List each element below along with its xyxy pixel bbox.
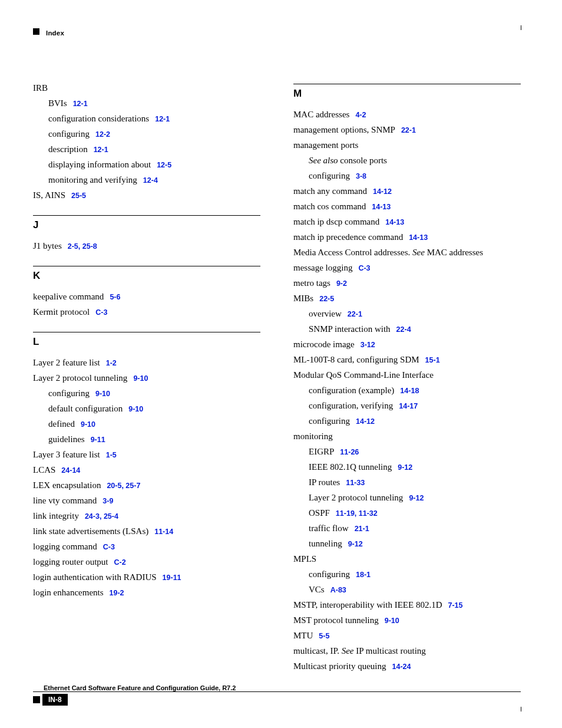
page-ref[interactable]: 5-5 <box>319 632 329 640</box>
entry-text: microcode image <box>293 340 355 349</box>
page-ref[interactable]: 1-5 <box>106 451 117 459</box>
section-rule-k <box>33 266 260 266</box>
page-ref[interactable]: 12-1 <box>94 146 108 154</box>
page-ref[interactable]: 22-1 <box>401 126 416 134</box>
entry-mon-ip-routes: IP routes11-33 <box>309 478 521 487</box>
page-ref[interactable]: 14-12 <box>356 417 375 426</box>
page-ref[interactable]: C-3 <box>103 543 115 551</box>
page-ref[interactable]: 22-5 <box>319 295 334 303</box>
page-ref[interactable]: C-3 <box>358 264 370 272</box>
entry-text: MAC addresses <box>293 110 349 119</box>
entry-mst-pt: MST protocol tunneling9-10 <box>293 616 521 625</box>
page-ref[interactable]: 9-10 <box>133 374 148 383</box>
entry-l2pt: Layer 2 protocol tunneling9-10 <box>33 374 260 383</box>
page-ref[interactable]: 12-2 <box>95 130 110 139</box>
entry-irb-bvis: BVIs12-1 <box>48 99 260 108</box>
page-ref[interactable]: 12-4 <box>143 176 158 185</box>
page-ref[interactable]: 12-1 <box>73 100 88 108</box>
page-ref[interactable]: 22-4 <box>396 325 411 334</box>
page-ref[interactable]: 3-8 <box>356 172 366 180</box>
entry-l2pt-configuring: configuring9-10 <box>48 389 260 398</box>
page-ref[interactable]: 11-33 <box>346 479 365 487</box>
page-ref[interactable]: 9-11 <box>91 436 105 444</box>
page-ref[interactable]: 12-5 <box>157 161 171 169</box>
entry-text: J1 bytes <box>33 241 62 251</box>
page-ref[interactable]: 25-5 <box>71 192 86 200</box>
page-ref[interactable]: 9-12 <box>409 494 424 502</box>
footer-marker <box>33 696 40 703</box>
entry-text: configuration, verifying <box>309 401 393 410</box>
entry-text: tunneling <box>309 539 342 548</box>
page-ref[interactable]: 9-2 <box>336 279 347 288</box>
entry-mon-eigrp: EIGRP11-26 <box>309 447 521 456</box>
page-ref[interactable]: 19-11 <box>163 574 181 582</box>
page-ref[interactable]: 12-1 <box>155 115 170 123</box>
entry-mon-ieee: IEEE 802.1Q tunneling9-12 <box>309 463 521 472</box>
page-ref[interactable]: 9-12 <box>398 463 412 472</box>
see-also-rest: console ports <box>338 156 387 165</box>
page-ref[interactable]: 9-10 <box>81 420 95 429</box>
entry-text: default configuration <box>48 404 123 413</box>
page-ref[interactable]: 11-26 <box>340 448 359 456</box>
page-ref[interactable]: C-2 <box>114 558 126 566</box>
page-ref[interactable]: 14-13 <box>372 203 391 211</box>
entry-l2pt-default: default configuration9-10 <box>48 404 260 413</box>
page-ref[interactable]: 9-10 <box>385 617 399 625</box>
page-ref[interactable]: 18-1 <box>356 571 371 579</box>
page-ref[interactable]: 3-9 <box>103 497 113 505</box>
section-heading-l: L <box>33 336 260 348</box>
page-ref[interactable]: 9-10 <box>95 390 110 398</box>
entry-mibs: MIBs22-5 <box>293 294 521 303</box>
page-ref[interactable]: 5-6 <box>110 293 120 301</box>
page-ref[interactable]: 7-15 <box>448 601 462 610</box>
entry-text: MST protocol tunneling <box>293 615 379 625</box>
entry-text: defined <box>48 419 75 429</box>
page-ref[interactable]: 9-10 <box>128 405 143 413</box>
page-ref[interactable]: 14-18 <box>400 387 419 395</box>
page-ref[interactable]: 24-3, 25-4 <box>85 512 118 521</box>
entry-text: metro tags <box>293 278 330 288</box>
entry-text: displaying information about <box>48 160 151 169</box>
page-ref[interactable]: 1-2 <box>106 359 117 367</box>
page-ref[interactable]: 14-13 <box>409 233 428 242</box>
page-ref[interactable]: 4-2 <box>355 111 366 119</box>
page-ref[interactable]: 2-5, 25-8 <box>68 242 97 251</box>
entry-text: IS, AINS <box>33 190 65 200</box>
entry-text: Modular QoS Command-Line Interface <box>293 370 434 380</box>
footer-bar: IN-8 <box>33 694 521 706</box>
page-ref[interactable]: 9-12 <box>348 540 363 548</box>
entry-match-cos: match cos command14-13 <box>293 202 521 211</box>
page-ref[interactable]: 14-17 <box>399 402 418 410</box>
entry-msg-logging: message loggingC-3 <box>293 263 521 272</box>
page-ref[interactable]: 11-14 <box>154 528 173 536</box>
page-ref[interactable]: 19-2 <box>110 589 124 597</box>
page-ref[interactable]: 14-13 <box>385 218 404 226</box>
entry-mon-tunneling: tunneling9-12 <box>309 539 521 548</box>
page-ref[interactable]: 21-1 <box>355 525 369 533</box>
page-ref[interactable]: 14-24 <box>392 663 411 671</box>
page: Index IRB BVIs12-1 configuration conside… <box>0 0 562 728</box>
see-word: See <box>412 248 425 257</box>
page-ref[interactable]: 15-1 <box>425 356 440 364</box>
entry-text: configuration (example) <box>309 386 394 395</box>
entry-text: MPLS <box>293 554 316 564</box>
entry-kermit: Kermit protocolC-3 <box>33 308 260 317</box>
page-ref[interactable]: 22-1 <box>348 310 362 318</box>
entry-text: line vty command <box>33 496 97 505</box>
entry-text: description <box>48 144 88 154</box>
page-ref[interactable]: 3-12 <box>361 341 375 349</box>
entry-text: logging command <box>33 542 97 551</box>
entry-match-ip-prec: match ip precedence command14-13 <box>293 233 521 242</box>
page-ref[interactable]: C-3 <box>95 308 107 317</box>
header-section-label: Index <box>46 29 64 37</box>
entry-keepalive: keepalive command5-6 <box>33 292 260 301</box>
page-ref[interactable]: A-83 <box>330 586 346 594</box>
entry-mqc-cfg-ex: configuration (example)14-18 <box>309 386 521 395</box>
entry-mon-traffic: traffic flow21-1 <box>309 524 521 533</box>
page-ref[interactable]: 20-5, 25-7 <box>107 482 140 490</box>
page-ref[interactable]: 11-19, 11-32 <box>336 509 378 518</box>
entry-irb-configuring: configuring12-2 <box>48 130 260 139</box>
page-ref[interactable]: 24-14 <box>61 466 80 475</box>
entry-match-ip-dscp: match ip dscp command14-13 <box>293 218 521 226</box>
page-ref[interactable]: 14-12 <box>373 187 392 196</box>
